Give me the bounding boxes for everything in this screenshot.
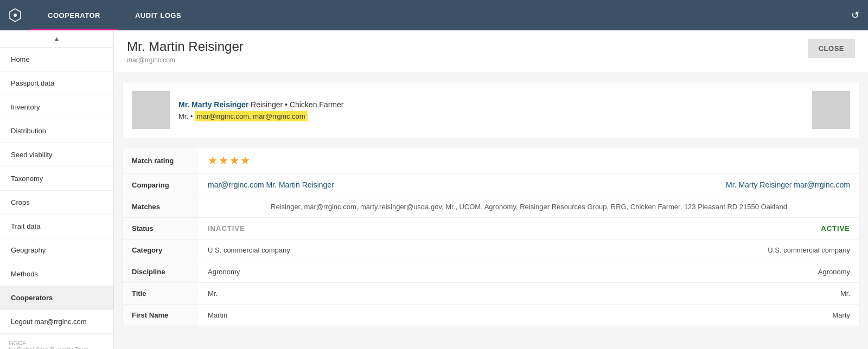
title-values: Mr. Mr. <box>199 283 859 305</box>
match-highlight-name: Mr. Marty Reisinger <box>178 100 248 109</box>
comparing-label: Comparing <box>123 174 199 196</box>
match-name-suffix: Reisinger • Chicken Farmer <box>251 100 343 109</box>
sidebar-item-crops[interactable]: Crops <box>0 191 113 215</box>
close-button[interactable]: CLOSE <box>808 39 855 58</box>
discipline-values: Agronomy Agronomy <box>199 261 859 283</box>
tab-audit-logs[interactable]: AUDIT LOGS <box>118 0 199 30</box>
sidebar-item-taxonomy[interactable]: Taxonomy <box>0 167 113 191</box>
comparing-right: Mr. Marty Reisinger mar@rrginc.com <box>726 180 850 189</box>
match-rating-row: Match rating ★★★★ <box>123 147 859 174</box>
firstname-left: Martin <box>208 311 227 319</box>
match-email-prefix: Mr. • <box>178 112 193 120</box>
category-right: U.S. commercial company <box>768 246 850 254</box>
sidebar-item-methods[interactable]: Methods <box>0 262 113 286</box>
header-email: mar@rrginc.com <box>127 56 244 64</box>
footer-trust: by Global Crop Diversity Trust <box>9 346 105 349</box>
sidebar-item-distribution[interactable]: Distribution <box>0 119 113 143</box>
stars-display: ★★★★ <box>208 154 251 166</box>
status-left: INACTIVE <box>208 224 245 232</box>
sidebar-item-cooperators[interactable]: Cooperators <box>0 286 113 310</box>
sidebar: ▲ Home Passport data Inventory Distribut… <box>0 30 114 349</box>
svg-point-0 <box>14 14 17 17</box>
discipline-label: Discipline <box>123 261 199 283</box>
match-card: Mr. Marty Reisinger Reisinger • Chicken … <box>123 82 859 138</box>
comparing-left: mar@rrginc.com Mr. Martin Reisinger <box>208 180 334 189</box>
match-email-line: Mr. • mar@rrginc.com, mar@rrginc.com <box>178 112 803 120</box>
matches-row: Matches Reisinger, mar@rrginc.com, marty… <box>123 196 859 218</box>
category-values: U.S. commercial company U.S. commercial … <box>199 240 859 261</box>
category-row: Category U.S. commercial company U.S. co… <box>123 240 859 261</box>
title-label: Title <box>123 283 199 305</box>
firstname-right: Marty <box>833 311 851 319</box>
comparing-row: Comparing mar@rrginc.com Mr. Martin Reis… <box>123 174 859 196</box>
sidebar-item-home[interactable]: Home <box>0 48 113 72</box>
discipline-right: Agronomy <box>818 268 850 276</box>
match-name-line: Mr. Marty Reisinger Reisinger • Chicken … <box>178 100 803 109</box>
sidebar-footer: GGCE by Global Crop Diversity Trust <box>0 334 113 349</box>
firstname-label: First Name <box>123 305 199 326</box>
avatar-right <box>812 91 850 129</box>
comparing-values: mar@rrginc.com Mr. Martin Reisinger Mr. … <box>199 174 859 196</box>
sidebar-item-seed-viability[interactable]: Seed viability <box>0 143 113 167</box>
firstname-values: Martin Marty <box>199 305 859 326</box>
sidebar-item-passport-data[interactable]: Passport data <box>0 72 113 95</box>
sidebar-item-geography[interactable]: Geography <box>0 238 113 262</box>
discipline-row: Discipline Agronomy Agronomy <box>123 261 859 283</box>
content-area: Mr. Martin Reisinger mar@rrginc.com CLOS… <box>114 30 868 349</box>
sidebar-item-trait-data[interactable]: Trait data <box>0 215 113 238</box>
sidebar-item-logout[interactable]: Logout mar@rrginc.com <box>0 310 113 334</box>
main-layout: ▲ Home Passport data Inventory Distribut… <box>0 30 868 349</box>
footer-ggce: GGCE <box>9 340 105 346</box>
refresh-icon[interactable]: ↺ <box>851 9 859 21</box>
comparison-table: Match rating ★★★★ Comparing mar@rrginc.c… <box>123 147 859 326</box>
top-navigation: COOPERATOR AUDIT LOGS ↺ <box>0 0 868 30</box>
page-title: Mr. Martin Reisinger <box>127 39 244 54</box>
matches-label: Matches <box>123 196 199 218</box>
discipline-left: Agronomy <box>208 268 240 276</box>
firstname-row: First Name Martin Marty <box>123 305 859 326</box>
app-logo <box>0 8 30 23</box>
match-email-highlight: mar@rrginc.com, mar@rrginc.com <box>195 111 308 121</box>
title-right: Mr. <box>840 289 850 298</box>
avatar-left <box>132 91 170 129</box>
status-label: Status <box>123 218 199 240</box>
category-label: Category <box>123 240 199 261</box>
matches-value: Reisinger, mar@rrginc.com, marty.reising… <box>199 196 859 218</box>
tab-cooperator[interactable]: COOPERATOR <box>30 0 118 30</box>
status-values: INACTIVE ACTIVE <box>199 218 859 240</box>
status-row: Status INACTIVE ACTIVE <box>123 218 859 240</box>
match-rating-stars: ★★★★ <box>199 147 859 174</box>
title-row: Title Mr. Mr. <box>123 283 859 305</box>
match-rating-label: Match rating <box>123 147 199 174</box>
sidebar-item-inventory[interactable]: Inventory <box>0 95 113 119</box>
status-right: ACTIVE <box>821 224 850 232</box>
content-header: Mr. Martin Reisinger mar@rrginc.com CLOS… <box>114 30 868 73</box>
nav-tabs: COOPERATOR AUDIT LOGS <box>30 0 199 30</box>
category-left: U.S. commercial company <box>208 246 290 254</box>
content-header-left: Mr. Martin Reisinger mar@rrginc.com <box>127 39 244 64</box>
match-card-info: Mr. Marty Reisinger Reisinger • Chicken … <box>178 100 803 120</box>
sidebar-scroll-up[interactable]: ▲ <box>0 30 113 48</box>
title-left: Mr. <box>208 289 218 298</box>
